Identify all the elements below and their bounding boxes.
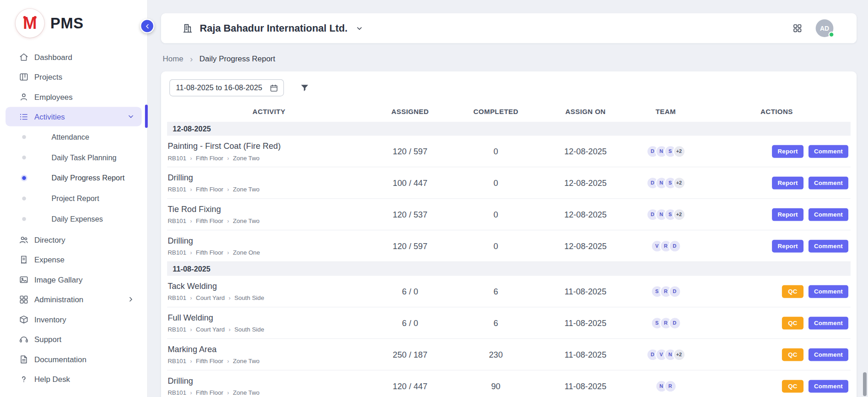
sidebar-subitem-daily-task-planning[interactable]: Daily Task Planning [0, 147, 147, 168]
sidebar-item-label: Support [34, 335, 61, 343]
sidebar-item-image-gallary[interactable]: Image Gallary [5, 270, 142, 289]
path-segment: Zone Two [233, 389, 259, 396]
sidebar-collapse-button[interactable] [140, 19, 154, 33]
assign-on-date: 11-08-2025 [542, 381, 629, 391]
assign-on-date: 12-08-2025 [542, 147, 629, 156]
row-actions: ReportComment [703, 145, 851, 158]
sidebar-item-inventory[interactable]: Inventory [5, 310, 142, 329]
sidebar-item-help-desk[interactable]: Help Desk [5, 370, 142, 389]
path-separator-icon: › [229, 326, 231, 332]
activity-path: RB101›Fifth Floor›Zone Two [167, 389, 366, 396]
comment-button[interactable]: Comment [809, 285, 848, 298]
qc-button[interactable]: QC [782, 380, 803, 392]
path-segment: Zone One [233, 249, 260, 256]
team-avatars: DNS+2 [629, 145, 703, 158]
sidebar-subitem-project-report[interactable]: Project Report [0, 188, 147, 209]
activity-path: RB101›Fifth Floor›Zone Two [167, 186, 366, 193]
scrollbar-thumb[interactable] [863, 372, 867, 396]
team-avatar[interactable]: +2 [673, 145, 685, 158]
sidebar-item-documentation[interactable]: Documentation [5, 349, 142, 369]
breadcrumb-separator-icon: › [190, 54, 193, 63]
activity-title: Tack Welding [167, 281, 366, 291]
sidebar-item-projects[interactable]: Projects [5, 67, 142, 86]
support-icon [19, 334, 29, 344]
completed-value: 0 [449, 241, 542, 251]
sidebar-subitem-label: Project Report [51, 194, 99, 202]
activity-title: Painting - First Coat (Fire Red) [167, 141, 366, 151]
comment-button[interactable]: Comment [809, 348, 848, 361]
team-avatar[interactable]: +2 [673, 348, 685, 361]
inventory-icon [19, 314, 29, 324]
qc-button[interactable]: QC [782, 285, 803, 298]
assigned-value: 120 / 597 [371, 241, 449, 251]
comment-button[interactable]: Comment [809, 316, 848, 329]
qc-button[interactable]: QC [782, 348, 803, 361]
comment-button[interactable]: Comment [809, 239, 848, 252]
report-button[interactable]: Report [772, 145, 803, 158]
comment-button[interactable]: Comment [809, 380, 848, 392]
topbar: Raja Bahadur International Ltd. AD [161, 13, 857, 43]
sidebar-item-expense[interactable]: Expense [5, 250, 142, 269]
filter-funnel-icon[interactable] [300, 83, 309, 92]
activity-path: RB101›Fifth Floor›Zone Two [167, 358, 366, 364]
sidebar-subitem-daily-progress-report[interactable]: Daily Progress Report [0, 168, 147, 188]
report-button[interactable]: Report [772, 176, 803, 189]
date-range-value: 11-08-2025 to 16-08-2025 [176, 84, 263, 92]
path-separator-icon: › [227, 218, 229, 224]
assigned-value: 6 / 0 [371, 287, 449, 296]
sidebar-item-label: Projects [34, 72, 62, 81]
path-separator-icon: › [190, 390, 192, 396]
team-avatar[interactable]: +2 [673, 176, 685, 189]
activity-row: Painting - First Coat (Fire Red)RB101›Fi… [167, 136, 851, 167]
breadcrumb: Home › Daily Progress Report [163, 54, 857, 63]
team-avatar[interactable]: D [668, 316, 681, 329]
sidebar-item-dashboard[interactable]: Dashboard [5, 47, 142, 66]
assigned-value: 250 / 187 [371, 350, 449, 359]
assigned-value: 120 / 597 [371, 147, 449, 156]
breadcrumb-home[interactable]: Home [163, 54, 183, 63]
report-button[interactable]: Report [772, 239, 803, 252]
activity-row: DrillingRB101›Fifth Floor›Zone One120 / … [167, 230, 851, 262]
sidebar-subitem-label: Daily Progress Report [51, 174, 124, 182]
report-button[interactable]: Report [772, 208, 803, 221]
sidebar-subitem-attendance[interactable]: Attendance [0, 127, 147, 147]
path-segment: Fifth Floor [196, 218, 223, 224]
assign-on-date: 11-08-2025 [542, 350, 629, 359]
path-separator-icon: › [227, 250, 229, 256]
comment-button[interactable]: Comment [809, 208, 848, 221]
path-segment: RB101 [167, 154, 186, 161]
activity-row: Full WeldingRB101›Court Yard›South Side6… [167, 307, 851, 339]
path-separator-icon: › [227, 390, 229, 396]
comment-button[interactable]: Comment [809, 176, 848, 189]
user-avatar[interactable]: AD [816, 19, 834, 37]
team-avatar[interactable]: D [668, 239, 681, 252]
app-logo[interactable]: M PMS [0, 0, 147, 43]
sidebar-subitem-daily-expenses[interactable]: Daily Expenses [0, 209, 147, 229]
sidebar-item-support[interactable]: Support [5, 330, 142, 349]
team-avatar[interactable]: R [664, 380, 677, 392]
team-avatars: VRD [629, 239, 703, 252]
assigned-value: 6 / 0 [371, 318, 449, 328]
home-icon [19, 52, 29, 62]
company-selector[interactable]: Raja Bahadur International Ltd. [182, 22, 364, 34]
activity-row: DrillingRB101›Fifth Floor›Zone Two100 / … [167, 167, 851, 199]
sidebar-item-directory[interactable]: Directory [5, 230, 142, 249]
chevron-down-icon [127, 113, 135, 121]
building-icon [182, 23, 193, 34]
sidebar-item-administration[interactable]: Administration [5, 290, 142, 309]
comment-button[interactable]: Comment [809, 145, 848, 158]
team-avatar[interactable]: D [668, 285, 681, 298]
date-range-input[interactable]: 11-08-2025 to 16-08-2025 [169, 79, 284, 96]
apps-grid-icon[interactable] [793, 23, 803, 33]
assigned-value: 100 / 447 [371, 178, 449, 188]
sidebar-nav: DashboardProjectsEmployeesActivitiesAtte… [0, 43, 147, 389]
path-segment: Fifth Floor [196, 154, 223, 161]
sidebar-item-activities[interactable]: Activities [5, 107, 142, 126]
sidebar-item-employees[interactable]: Employees [5, 87, 142, 106]
qc-button[interactable]: QC [782, 316, 803, 329]
path-separator-icon: › [227, 358, 229, 364]
team-avatar[interactable]: +2 [673, 208, 685, 221]
activity-title: Drilling [167, 173, 366, 182]
filter-bar: 11-08-2025 to 16-08-2025 [161, 78, 857, 103]
sidebar-item-label: Directory [34, 235, 65, 244]
